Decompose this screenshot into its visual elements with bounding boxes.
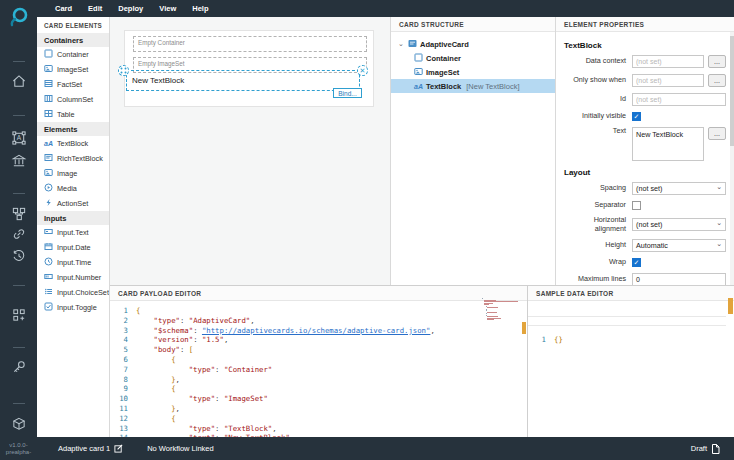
toolbox-item-input-choiceset[interactable]: Input.ChoiceSet [37, 285, 109, 300]
home-icon[interactable] [11, 74, 26, 91]
sample-code-editor[interactable]: 1{} [528, 330, 734, 345]
chevron-down-icon[interactable]: ⌄ [397, 40, 405, 48]
prop-row-maximum-lines: Maximum lines0 [564, 273, 726, 285]
prop-row-height: HeightAutomatic [564, 239, 726, 252]
code-line: 1{ [110, 306, 527, 316]
menu-card[interactable]: Card [55, 4, 72, 13]
adaptivecard-icon [408, 39, 417, 50]
toolbox-item-table[interactable]: Table [37, 107, 109, 122]
toolbox-item-container[interactable]: Container [37, 47, 109, 62]
cube-icon[interactable] [11, 417, 26, 434]
data-context-more-button[interactable]: ... [708, 55, 726, 68]
text-more-button[interactable]: ... [708, 127, 726, 140]
textblock-preview-text[interactable]: New TextBlock [132, 76, 184, 85]
svg-text:A: A [16, 134, 21, 141]
empty-container-label: Empty Container [138, 39, 185, 46]
wrap-checkbox[interactable]: ✓ [632, 258, 641, 267]
app-logo[interactable] [8, 5, 30, 29]
imageset-icon [414, 67, 423, 78]
toolbox-item-image[interactable]: Image [37, 166, 109, 181]
tree-item-container[interactable]: Container [391, 51, 555, 65]
maximum-lines-input[interactable]: 0 [632, 273, 726, 285]
prop-row-data-context: Data context(not set)... [564, 55, 726, 68]
bind-button[interactable]: Bind... [333, 88, 362, 98]
card-payload-editor-panel: CARD PAYLOAD EDITOR 1{2 "type": "Adaptiv… [110, 285, 527, 437]
sample-data-editor-header: SAMPLE DATA EDITOR [528, 286, 734, 301]
card-elements-header: CARD ELEMENTS [37, 17, 109, 33]
text-textarea[interactable]: New TextBlock [632, 127, 704, 161]
toolbox-item-richtextblock[interactable]: RichTextBlock [37, 151, 109, 166]
card-structure-panel: CARD STRUCTURE ⌄AdaptiveCardContainerIma… [390, 17, 555, 285]
data-context-input[interactable]: (not set) [632, 55, 704, 68]
rail-divider [13, 285, 25, 286]
spacing-select[interactable]: (not set) [632, 182, 726, 195]
code-line: 10 "type": "ImageSet" [110, 394, 527, 404]
menu-view[interactable]: View [159, 4, 176, 13]
toolbox-item-imageset[interactable]: ImageSet [37, 62, 109, 77]
prop-row-initially-visible: Initially visible✓ [564, 112, 726, 121]
prop-row-wrap: Wrap✓ [564, 258, 726, 267]
drag-handle-icon[interactable] [118, 65, 129, 76]
link-icon[interactable] [11, 227, 26, 244]
code-line: 11 }, [110, 404, 527, 414]
key-icon[interactable] [11, 360, 26, 377]
workflow-icon[interactable] [11, 207, 26, 224]
prop-section-layout: Layout [564, 168, 726, 177]
only-show-when-more-button[interactable]: ... [708, 74, 726, 87]
only-show-when-input[interactable]: (not set) [632, 74, 704, 87]
toolbox-item-factset[interactable]: FactSet [37, 77, 109, 92]
code-line: 2 "type": "AdaptiveCard", [110, 316, 527, 326]
input-time-icon [44, 257, 53, 268]
toolbox-item-input-text[interactable]: Input.Text [37, 225, 109, 240]
payload-code-editor[interactable]: 1{2 "type": "AdaptiveCard",3 "$schema": … [110, 301, 527, 437]
app-version: v1.0.0-prealpha- [0, 442, 37, 456]
designer-icon[interactable]: A [11, 131, 26, 148]
height-select[interactable]: Automatic [632, 239, 726, 252]
apps-plus-icon[interactable] [11, 308, 26, 325]
toolbox-item-input-number[interactable]: Input.Number [37, 270, 109, 285]
prop-row-only-show-when: Only show when(not set)... [564, 74, 726, 87]
left-rail: A v1.0.0-prealpha- [0, 0, 37, 460]
menu-help[interactable]: Help [192, 4, 208, 13]
media-icon [44, 183, 53, 194]
toolbox-item-input-date[interactable]: Input.Date [37, 240, 109, 255]
menu-deploy[interactable]: Deploy [118, 4, 143, 13]
card-name-control[interactable]: Adaptive card 1 [58, 444, 123, 453]
code-line: 6 { [110, 355, 527, 365]
menu-edit[interactable]: Edit [88, 4, 102, 13]
edit-icon[interactable] [114, 444, 123, 453]
sample-ruler-mark [728, 298, 733, 314]
toolbox-section-containers: Containers [37, 33, 109, 47]
tree-item-textblock[interactable]: aATextBlock[New TextBlock] [391, 79, 555, 93]
history-icon[interactable] [11, 249, 26, 266]
toolbox-item-columnset[interactable]: ColumnSet [37, 92, 109, 107]
publish-status-label: Draft [691, 444, 707, 453]
publish-status[interactable]: Draft [691, 444, 720, 454]
image-icon [44, 168, 53, 179]
input-choiceset-icon [44, 287, 53, 298]
toolbox-item-media[interactable]: Media [37, 181, 109, 196]
tree-item-adaptivecard[interactable]: ⌄AdaptiveCard [391, 37, 555, 51]
properties-scrollbar[interactable] [730, 32, 734, 285]
prop-row-spacing: Spacing(not set) [564, 182, 726, 195]
toolbox-item-textblock[interactable]: aATextBlock [37, 136, 109, 151]
id-input[interactable]: (not set) [632, 93, 726, 106]
toolbox-item-input-toggle[interactable]: Input.Toggle [37, 300, 109, 315]
status-bar: Adaptive card 1 No Workflow Linked Draft [37, 437, 734, 460]
empty-container-placeholder[interactable]: Empty Container [133, 36, 367, 52]
remove-element-icon[interactable]: ✕ [357, 65, 368, 76]
bank-icon[interactable] [11, 154, 26, 171]
empty-imageset-label: Empty ImageSet [138, 60, 185, 67]
design-canvas[interactable]: Empty Container Empty ImageSet New TextB… [110, 17, 390, 285]
current-line-highlight [528, 316, 726, 326]
toolbox-item-actionset[interactable]: ActionSet [37, 196, 109, 211]
code-line: 3 "$schema": "http://adaptivecards.io/sc… [110, 326, 527, 336]
toolbox-item-input-time[interactable]: Input.Time [37, 255, 109, 270]
factset-icon [44, 79, 53, 90]
code-line: 1{} [528, 335, 734, 345]
separator-checkbox[interactable] [632, 201, 641, 210]
editor-minimap[interactable] [482, 298, 518, 322]
horizontal-alignment-select[interactable]: (not set) [632, 218, 726, 231]
initially-visible-checkbox[interactable]: ✓ [632, 112, 641, 121]
tree-item-imageset[interactable]: ImageSet [391, 65, 555, 79]
